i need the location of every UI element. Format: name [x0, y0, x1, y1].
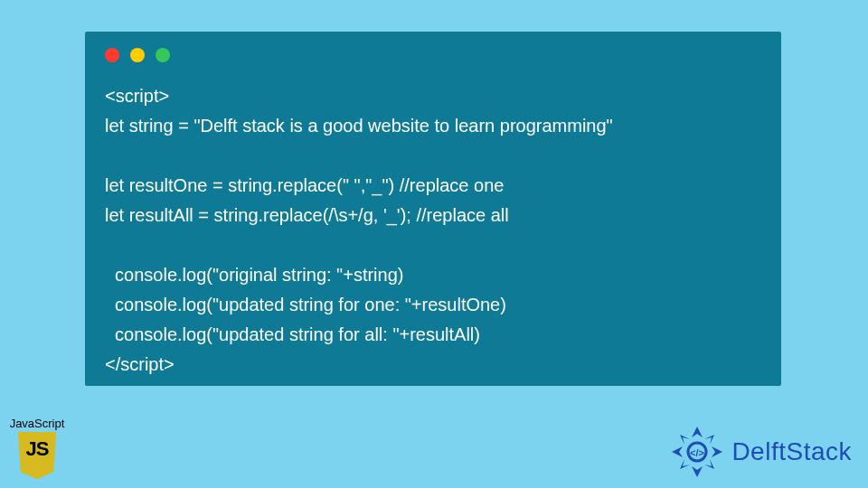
close-icon — [105, 48, 119, 62]
code-window: <script> let string = "Delft stack is a … — [85, 32, 781, 386]
code-line: let resultOne = string.replace(" ","_") … — [105, 175, 504, 195]
code-line: console.log("original string: "+string) — [105, 265, 403, 285]
minimize-icon — [130, 48, 145, 62]
delftstack-icon: </> — [670, 425, 724, 479]
code-line: let resultAll = string.replace(/\s+/g, '… — [105, 205, 509, 225]
svg-marker-7 — [680, 435, 690, 445]
svg-marker-1 — [712, 446, 722, 457]
delftstack-logo: </> DelftStack — [670, 425, 852, 479]
svg-marker-6 — [680, 459, 690, 469]
javascript-badge: JavaScript — [5, 417, 69, 479]
maximize-icon — [156, 48, 170, 62]
svg-marker-4 — [704, 435, 714, 445]
javascript-shield-icon — [15, 432, 59, 479]
svg-marker-5 — [704, 459, 714, 469]
delftstack-text: DelftStack — [731, 437, 852, 466]
svg-marker-3 — [672, 446, 683, 457]
code-line: <script> — [105, 86, 169, 106]
code-line: let string = "Delft stack is a good webs… — [105, 116, 613, 136]
svg-marker-0 — [692, 427, 703, 437]
window-controls — [105, 48, 170, 62]
svg-text:</>: </> — [690, 447, 704, 458]
svg-marker-2 — [692, 466, 703, 477]
code-line: console.log("updated string for all: "+r… — [105, 324, 480, 344]
code-content: <script> let string = "Delft stack is a … — [105, 81, 761, 380]
javascript-label: JavaScript — [5, 417, 69, 430]
code-line: console.log("updated string for one: "+r… — [105, 295, 506, 314]
code-line: </script> — [105, 354, 175, 374]
